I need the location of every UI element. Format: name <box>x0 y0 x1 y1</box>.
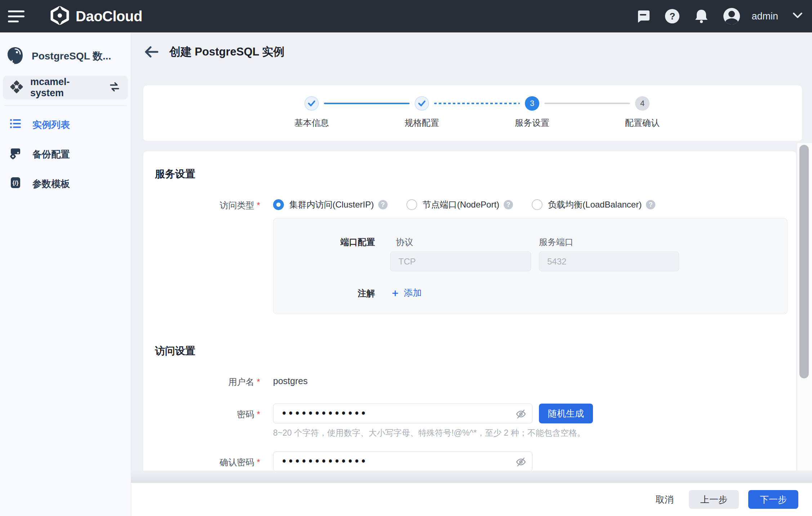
brand-name: DaoCloud <box>76 8 142 25</box>
help-icon[interactable]: ? <box>665 9 679 23</box>
required-mark: * <box>257 457 260 467</box>
sidebar: PostgreSQL 数... mcamel-system <box>0 32 131 516</box>
namespace-name: mcamel-system <box>30 76 101 99</box>
step-1-circle[interactable] <box>304 96 319 111</box>
loadbalancer-help-icon[interactable]: ? <box>646 200 655 209</box>
password-field-wrapper <box>273 404 532 423</box>
next-step-button[interactable]: 下一步 <box>748 490 798 509</box>
password-hint: 8~20 个字符，使用数字、大小写字母、特殊符号!@%^*，至少 2 种；不能包… <box>273 427 585 439</box>
cancel-button[interactable]: 取消 <box>650 490 679 509</box>
stepper-card: 基本信息 规格配置 3 服务设置 4 配置确认 <box>143 85 802 141</box>
step-1-label: 基本信息 <box>276 117 348 129</box>
clusterip-help-icon[interactable]: ? <box>378 200 388 209</box>
sidebar-item-label: 备份配置 <box>32 148 70 161</box>
sidebar-item-instance-list[interactable]: 实例列表 <box>0 114 131 135</box>
step-4-circle[interactable]: 4 <box>635 96 650 111</box>
sidebar-item-label: 参数模板 <box>32 178 70 190</box>
previous-step-button[interactable]: 上一步 <box>689 490 739 509</box>
message-icon[interactable] <box>635 9 651 24</box>
hamburger-menu-icon[interactable] <box>8 6 28 26</box>
form-card: 服务设置 访问类型* 集群内访问(ClusterIP) ? 节点端口(NodeP… <box>143 151 796 471</box>
backup-gear-icon <box>9 147 22 162</box>
namespace-selector[interactable]: mcamel-system <box>3 76 128 99</box>
step-connector-3 <box>544 103 630 104</box>
namespace-icon <box>10 80 23 95</box>
nodeport-help-icon[interactable]: ? <box>504 200 513 209</box>
radio-nodeport[interactable] <box>406 199 417 210</box>
eye-slash-icon[interactable] <box>516 409 526 419</box>
access-type-label: 访问类型* <box>143 200 260 211</box>
top-header: DaoCloud ? admin <box>0 0 812 32</box>
protocol-label: 协议 <box>396 236 413 248</box>
password-input[interactable] <box>281 409 511 419</box>
step-4-label: 配置确认 <box>606 117 678 129</box>
postgresql-logo-icon <box>6 46 24 66</box>
port-config-panel: 端口配置 协议 服务端口 注解 ＋ 添加 <box>273 218 788 314</box>
switch-namespace-icon[interactable] <box>108 81 121 94</box>
step-connector-2 <box>434 103 520 104</box>
list-icon <box>9 117 22 132</box>
confirm-password-input[interactable] <box>281 457 511 467</box>
sidebar-item-parameter-templates[interactable]: {/} 参数模板 <box>0 173 131 194</box>
plus-icon: ＋ <box>390 288 400 298</box>
radio-clusterip[interactable] <box>273 199 284 210</box>
wizard-footer: 取消 上一步 下一步 <box>131 483 812 516</box>
required-mark: * <box>257 377 260 387</box>
port-config-label: 端口配置 <box>273 236 375 248</box>
user-avatar[interactable] <box>723 8 740 25</box>
service-port-label: 服务端口 <box>539 236 574 248</box>
braces-template-icon: {/} <box>9 177 22 191</box>
confirm-password-field-wrapper <box>273 452 532 471</box>
brand-logo[interactable]: DaoCloud <box>50 6 142 26</box>
radio-clusterip-label: 集群内访问(ClusterIP) <box>289 199 374 210</box>
sidebar-app-header: PostgreSQL 数... <box>0 32 131 76</box>
required-mark: * <box>257 200 260 210</box>
add-annotation-button[interactable]: ＋ 添加 <box>390 287 422 299</box>
confirm-password-label: 确认密码* <box>143 457 260 468</box>
username-label: 用户名* <box>143 376 260 388</box>
service-settings-heading: 服务设置 <box>155 167 195 181</box>
service-port-input <box>539 252 679 271</box>
radio-nodeport-label: 节点端口(NodePort) <box>423 199 499 210</box>
sidebar-item-label: 实例列表 <box>32 119 70 131</box>
footer-shadow <box>131 471 812 483</box>
daocloud-cube-icon <box>50 6 69 26</box>
notifications-bell-icon[interactable] <box>694 9 709 24</box>
step-2-circle[interactable] <box>415 96 429 111</box>
scrollbar-thumb[interactable] <box>799 145 809 378</box>
page-title: 创建 PostgreSQL 实例 <box>169 44 285 59</box>
access-settings-heading: 访问设置 <box>155 344 195 358</box>
sidebar-divider <box>4 105 126 106</box>
username-value: postgres <box>273 376 308 386</box>
step-3-label: 服务设置 <box>496 117 568 129</box>
step-3-circle[interactable]: 3 <box>525 96 539 111</box>
sidebar-item-backup-config[interactable]: 备份配置 <box>0 144 131 165</box>
access-type-radio-group: 集群内访问(ClusterIP) ? 节点端口(NodePort) ? 负载均衡… <box>273 199 655 210</box>
step-2-label: 规格配置 <box>386 117 458 129</box>
scrollbar-track[interactable] <box>797 143 812 471</box>
password-label: 密码* <box>143 409 260 420</box>
generate-password-button[interactable]: 随机生成 <box>539 404 593 423</box>
annotation-label: 注解 <box>273 288 375 299</box>
eye-slash-icon[interactable] <box>516 457 526 467</box>
step-connector-1 <box>324 103 410 104</box>
radio-loadbalancer-label: 负载均衡(LoadBalancer) <box>548 199 642 210</box>
sidebar-app-title: PostgreSQL 数... <box>32 49 111 63</box>
username-label: admin <box>751 11 778 22</box>
required-mark: * <box>257 409 260 419</box>
back-arrow-icon[interactable] <box>143 44 159 60</box>
chevron-down-icon[interactable] <box>793 12 803 20</box>
radio-loadbalancer[interactable] <box>532 199 543 210</box>
svg-text:{/}: {/} <box>13 180 19 186</box>
protocol-input <box>390 252 531 271</box>
